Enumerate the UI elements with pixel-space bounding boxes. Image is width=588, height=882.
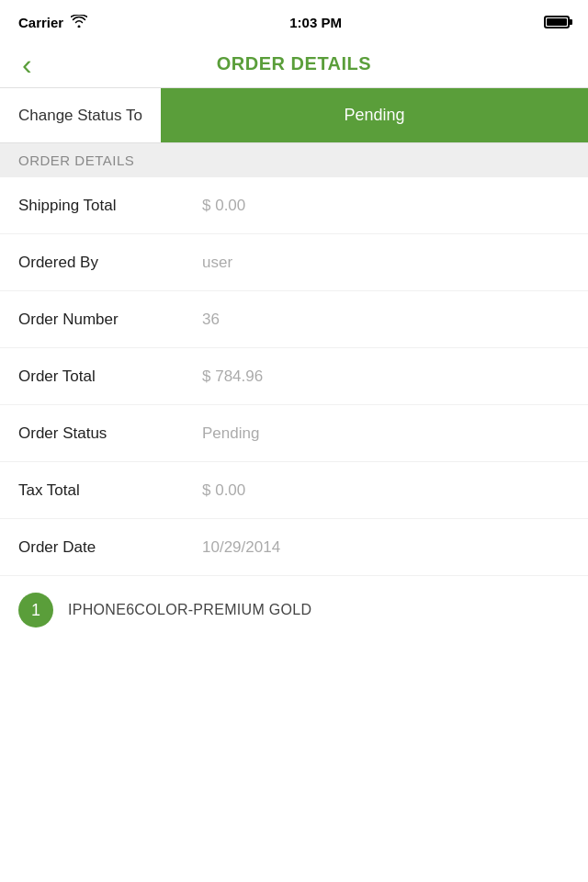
table-row: Order Number 36 <box>0 291 588 348</box>
table-row: Order Status Pending <box>0 405 588 462</box>
status-bar: Carrier 1:03 PM <box>0 0 588 40</box>
ordered-by-label: Ordered By <box>18 254 202 272</box>
change-status-row: Change Status To Pending <box>0 88 588 143</box>
tax-total-label: Tax Total <box>18 481 202 500</box>
order-date-value: 10/29/2014 <box>202 538 280 557</box>
order-number-label: Order Number <box>18 311 202 329</box>
table-row: Order Total $ 784.96 <box>0 348 588 405</box>
change-status-label: Change Status To <box>0 88 161 142</box>
status-bar-right <box>544 16 570 28</box>
battery-icon <box>544 16 570 28</box>
table-row: Tax Total $ 0.00 <box>0 462 588 519</box>
back-button[interactable]: ‹ <box>15 50 40 79</box>
order-number-value: 36 <box>202 311 220 329</box>
product-row: 1 IPHONE6COLOR-PREMIUM GOLD <box>0 576 588 644</box>
order-details-list: Shipping Total $ 0.00 Ordered By user Or… <box>0 177 588 576</box>
change-status-button[interactable]: Pending <box>161 88 588 142</box>
page-title: ORDER DETAILS <box>217 53 371 74</box>
table-row: Order Date 10/29/2014 <box>0 519 588 576</box>
product-name: IPHONE6COLOR-PREMIUM GOLD <box>68 602 311 618</box>
product-quantity-badge: 1 <box>18 593 53 628</box>
table-row: Shipping Total $ 0.00 <box>0 177 588 234</box>
nav-bar: ‹ ORDER DETAILS <box>0 40 588 88</box>
order-total-label: Order Total <box>18 368 202 386</box>
status-bar-left: Carrier <box>18 15 87 30</box>
order-total-value: $ 784.96 <box>202 368 263 386</box>
shipping-total-value: $ 0.00 <box>202 197 245 215</box>
shipping-total-label: Shipping Total <box>18 197 202 215</box>
ordered-by-value: user <box>202 254 232 272</box>
order-status-value: Pending <box>202 424 259 443</box>
status-bar-time: 1:03 PM <box>289 15 342 30</box>
order-date-label: Order Date <box>18 538 202 557</box>
tax-total-value: $ 0.00 <box>202 481 245 500</box>
order-details-section-header: ORDER DETAILS <box>0 143 588 177</box>
table-row: Ordered By user <box>0 234 588 291</box>
wifi-icon <box>71 15 87 30</box>
carrier-label: Carrier <box>18 15 63 30</box>
order-status-label: Order Status <box>18 424 202 443</box>
